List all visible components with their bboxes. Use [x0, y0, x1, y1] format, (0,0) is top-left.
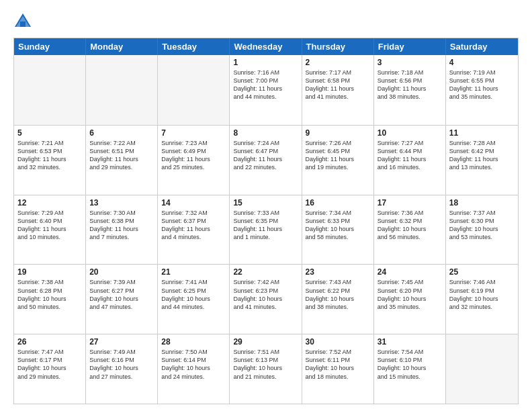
- cell-info: Sunrise: 7:17 AM Sunset: 6:58 PM Dayligh…: [306, 68, 370, 101]
- calendar-cell: 9Sunrise: 7:26 AM Sunset: 6:45 PM Daylig…: [302, 126, 374, 195]
- cell-date: 30: [306, 337, 370, 347]
- cell-info: Sunrise: 7:18 AM Sunset: 6:56 PM Dayligh…: [378, 68, 442, 101]
- header: [13, 12, 519, 31]
- calendar-cell: 4Sunrise: 7:19 AM Sunset: 6:55 PM Daylig…: [446, 55, 518, 125]
- calendar-cell: 21Sunrise: 7:41 AM Sunset: 6:25 PM Dayli…: [158, 265, 230, 334]
- cell-date: 10: [378, 128, 442, 138]
- cell-date: 2: [306, 58, 370, 67]
- cell-info: Sunrise: 7:19 AM Sunset: 6:55 PM Dayligh…: [449, 68, 515, 101]
- calendar: SundayMondayTuesdayWednesdayThursdayFrid…: [13, 38, 519, 404]
- calendar-cell: 19Sunrise: 7:38 AM Sunset: 6:28 PM Dayli…: [14, 265, 86, 334]
- cell-info: Sunrise: 7:51 AM Sunset: 6:13 PM Dayligh…: [233, 348, 298, 381]
- calendar-cell: 10Sunrise: 7:27 AM Sunset: 6:44 PM Dayli…: [374, 126, 446, 195]
- calendar-cell: 2Sunrise: 7:17 AM Sunset: 6:58 PM Daylig…: [302, 55, 374, 125]
- cell-info: Sunrise: 7:34 AM Sunset: 6:33 PM Dayligh…: [306, 209, 370, 242]
- day-header: Sunday: [14, 38, 86, 55]
- calendar-cell: 15Sunrise: 7:33 AM Sunset: 6:35 PM Dayli…: [230, 195, 302, 265]
- cell-info: Sunrise: 7:32 AM Sunset: 6:37 PM Dayligh…: [161, 209, 226, 242]
- cell-date: 25: [449, 267, 515, 277]
- calendar-cell: [14, 55, 86, 125]
- calendar-cell: 7Sunrise: 7:23 AM Sunset: 6:49 PM Daylig…: [158, 126, 230, 195]
- cell-date: 4: [449, 58, 515, 67]
- calendar-cell: 28Sunrise: 7:50 AM Sunset: 6:14 PM Dayli…: [158, 334, 230, 404]
- calendar-row: 1Sunrise: 7:16 AM Sunset: 7:00 PM Daylig…: [14, 55, 518, 125]
- cell-date: 11: [449, 128, 515, 138]
- cell-info: Sunrise: 7:50 AM Sunset: 6:14 PM Dayligh…: [161, 348, 226, 381]
- cell-date: 27: [89, 337, 154, 347]
- cell-info: Sunrise: 7:24 AM Sunset: 6:47 PM Dayligh…: [233, 139, 298, 172]
- cell-info: Sunrise: 7:28 AM Sunset: 6:42 PM Dayligh…: [449, 139, 515, 172]
- cell-info: Sunrise: 7:45 AM Sunset: 6:20 PM Dayligh…: [378, 278, 442, 311]
- cell-date: 1: [233, 58, 298, 67]
- calendar-cell: 27Sunrise: 7:49 AM Sunset: 6:16 PM Dayli…: [86, 334, 158, 404]
- calendar-row: 26Sunrise: 7:47 AM Sunset: 6:17 PM Dayli…: [14, 334, 518, 404]
- calendar-row: 12Sunrise: 7:29 AM Sunset: 6:40 PM Dayli…: [14, 195, 518, 265]
- cell-date: 15: [233, 198, 298, 208]
- calendar-cell: 22Sunrise: 7:42 AM Sunset: 6:23 PM Dayli…: [230, 265, 302, 334]
- calendar-cell: [446, 334, 518, 404]
- cell-info: Sunrise: 7:54 AM Sunset: 6:10 PM Dayligh…: [378, 348, 442, 381]
- day-header: Friday: [374, 38, 446, 55]
- cell-info: Sunrise: 7:16 AM Sunset: 7:00 PM Dayligh…: [233, 68, 298, 101]
- calendar-cell: 24Sunrise: 7:45 AM Sunset: 6:20 PM Dayli…: [374, 265, 446, 334]
- cell-info: Sunrise: 7:30 AM Sunset: 6:38 PM Dayligh…: [89, 209, 154, 242]
- cell-date: 18: [449, 198, 515, 208]
- day-header: Thursday: [302, 38, 374, 55]
- cell-date: 21: [161, 267, 226, 277]
- calendar-cell: 5Sunrise: 7:21 AM Sunset: 6:53 PM Daylig…: [14, 126, 86, 195]
- cell-date: 9: [306, 128, 370, 138]
- cell-date: 7: [161, 128, 226, 138]
- cell-date: 20: [89, 267, 154, 277]
- calendar-cell: 23Sunrise: 7:43 AM Sunset: 6:22 PM Dayli…: [302, 265, 374, 334]
- cell-info: Sunrise: 7:47 AM Sunset: 6:17 PM Dayligh…: [17, 348, 82, 381]
- calendar-cell: 25Sunrise: 7:46 AM Sunset: 6:19 PM Dayli…: [446, 265, 518, 334]
- cell-info: Sunrise: 7:23 AM Sunset: 6:49 PM Dayligh…: [161, 139, 226, 172]
- cell-date: 5: [17, 128, 82, 138]
- cell-date: 13: [89, 198, 154, 208]
- calendar-row: 5Sunrise: 7:21 AM Sunset: 6:53 PM Daylig…: [14, 125, 518, 195]
- calendar-cell: 13Sunrise: 7:30 AM Sunset: 6:38 PM Dayli…: [86, 195, 158, 265]
- day-header: Wednesday: [230, 38, 302, 55]
- day-header: Tuesday: [158, 38, 230, 55]
- calendar-cell: 16Sunrise: 7:34 AM Sunset: 6:33 PM Dayli…: [302, 195, 374, 265]
- cell-date: 17: [378, 198, 442, 208]
- day-header: Saturday: [446, 38, 518, 55]
- cell-date: 31: [378, 337, 442, 347]
- calendar-cell: [158, 55, 230, 125]
- day-header: Monday: [86, 38, 158, 55]
- cell-date: 12: [17, 198, 82, 208]
- cell-date: 28: [161, 337, 226, 347]
- cell-info: Sunrise: 7:36 AM Sunset: 6:32 PM Dayligh…: [378, 209, 442, 242]
- cell-info: Sunrise: 7:27 AM Sunset: 6:44 PM Dayligh…: [378, 139, 442, 172]
- cell-info: Sunrise: 7:46 AM Sunset: 6:19 PM Dayligh…: [449, 278, 515, 311]
- calendar-body: 1Sunrise: 7:16 AM Sunset: 7:00 PM Daylig…: [14, 55, 518, 404]
- day-headers: SundayMondayTuesdayWednesdayThursdayFrid…: [14, 38, 518, 55]
- cell-info: Sunrise: 7:38 AM Sunset: 6:28 PM Dayligh…: [17, 278, 82, 311]
- calendar-cell: 30Sunrise: 7:52 AM Sunset: 6:11 PM Dayli…: [302, 334, 374, 404]
- cell-date: 19: [17, 267, 82, 277]
- cell-info: Sunrise: 7:52 AM Sunset: 6:11 PM Dayligh…: [306, 348, 370, 381]
- cell-date: 24: [378, 267, 442, 277]
- cell-date: 14: [161, 198, 226, 208]
- calendar-cell: 18Sunrise: 7:37 AM Sunset: 6:30 PM Dayli…: [446, 195, 518, 265]
- calendar-cell: 12Sunrise: 7:29 AM Sunset: 6:40 PM Dayli…: [14, 195, 86, 265]
- cell-date: 23: [306, 267, 370, 277]
- calendar-cell: 14Sunrise: 7:32 AM Sunset: 6:37 PM Dayli…: [158, 195, 230, 265]
- calendar-cell: 8Sunrise: 7:24 AM Sunset: 6:47 PM Daylig…: [230, 126, 302, 195]
- cell-date: 3: [378, 58, 442, 67]
- calendar-cell: 20Sunrise: 7:39 AM Sunset: 6:27 PM Dayli…: [86, 265, 158, 334]
- cell-info: Sunrise: 7:22 AM Sunset: 6:51 PM Dayligh…: [89, 139, 154, 172]
- cell-date: 16: [306, 198, 370, 208]
- cell-info: Sunrise: 7:42 AM Sunset: 6:23 PM Dayligh…: [233, 278, 298, 311]
- cell-date: 6: [89, 128, 154, 138]
- cell-date: 22: [233, 267, 298, 277]
- calendar-cell: 6Sunrise: 7:22 AM Sunset: 6:51 PM Daylig…: [86, 126, 158, 195]
- calendar-cell: [86, 55, 158, 125]
- calendar-cell: 1Sunrise: 7:16 AM Sunset: 7:00 PM Daylig…: [230, 55, 302, 125]
- page: SundayMondayTuesdayWednesdayThursdayFrid…: [0, 0, 532, 411]
- svg-rect-2: [20, 21, 26, 27]
- calendar-cell: 31Sunrise: 7:54 AM Sunset: 6:10 PM Dayli…: [374, 334, 446, 404]
- cell-info: Sunrise: 7:21 AM Sunset: 6:53 PM Dayligh…: [17, 139, 82, 172]
- calendar-cell: 26Sunrise: 7:47 AM Sunset: 6:17 PM Dayli…: [14, 334, 86, 404]
- cell-info: Sunrise: 7:33 AM Sunset: 6:35 PM Dayligh…: [233, 209, 298, 242]
